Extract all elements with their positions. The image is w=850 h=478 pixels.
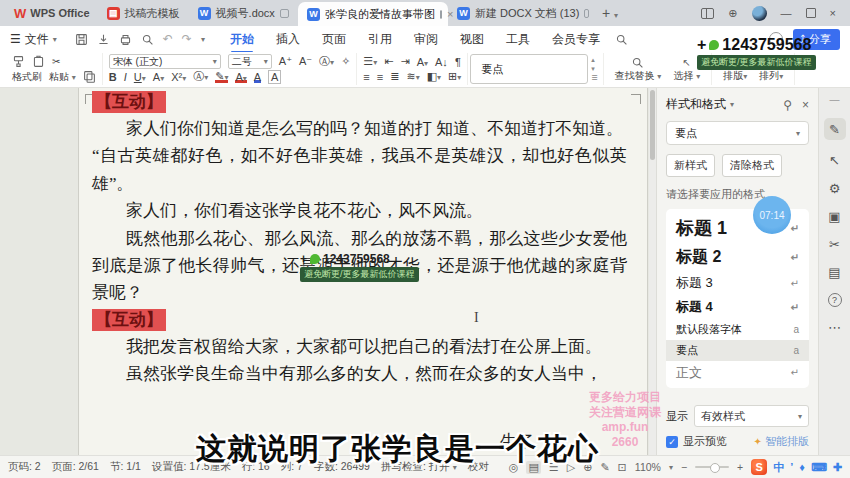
- border-icon[interactable]: ⊞▾: [448, 70, 461, 83]
- paste-icon[interactable]: [32, 55, 45, 68]
- find-replace-button[interactable]: 查找替换 ▾: [610, 54, 667, 84]
- tab-tools[interactable]: 工具: [495, 27, 541, 52]
- minimize-button[interactable]: —: [781, 7, 792, 19]
- align-center-icon[interactable]: ≡: [377, 71, 383, 83]
- tab-review[interactable]: 审阅: [403, 27, 449, 52]
- image-tool-icon[interactable]: ▣: [828, 209, 840, 224]
- underline-button[interactable]: U▾: [134, 71, 146, 83]
- scrollbar-thumb[interactable]: [650, 90, 655, 160]
- settings-sliders-icon[interactable]: ⚙: [829, 181, 841, 196]
- char-scale-icon[interactable]: A▾: [417, 56, 428, 68]
- increase-indent-icon[interactable]: ⇥: [400, 55, 409, 68]
- edit-pen-icon[interactable]: ✎: [824, 118, 846, 140]
- font-size-combo[interactable]: 二号▾: [228, 54, 272, 69]
- bullet-list-icon[interactable]: ☰▾: [363, 55, 377, 68]
- char-shadow-icon[interactable]: A▾: [153, 71, 164, 83]
- ime-mode-icon[interactable]: 中: [773, 460, 784, 475]
- italic-button[interactable]: I: [124, 71, 127, 83]
- help-icon[interactable]: ?: [828, 293, 842, 307]
- font-color-icon[interactable]: A▾: [235, 71, 246, 83]
- tab-reference[interactable]: 引用: [357, 27, 403, 52]
- select-arrow-icon[interactable]: ↖: [829, 153, 840, 168]
- cut-icon[interactable]: ✂: [52, 56, 60, 67]
- text-effect-icon[interactable]: Ⓐ▾: [319, 54, 334, 69]
- ime-mic-icon[interactable]: ♦: [799, 461, 805, 473]
- status-page-number[interactable]: 页码: 2: [8, 460, 41, 474]
- zoom-slider[interactable]: [695, 466, 729, 468]
- bold-button[interactable]: B: [109, 71, 117, 83]
- gallery-down-icon[interactable]: ▾: [591, 65, 597, 73]
- fit-page-icon[interactable]: ⊡: [618, 461, 627, 474]
- float-window-icon[interactable]: [440, 10, 442, 19]
- read-book-icon[interactable]: ▤: [828, 265, 840, 280]
- smart-typeset-button[interactable]: ✦ 智能排版: [754, 434, 809, 449]
- app-brand[interactable]: W WPS Office: [6, 6, 98, 21]
- zoom-in-button[interactable]: +: [737, 461, 743, 473]
- justify-icon[interactable]: ≣: [390, 70, 399, 83]
- pin-icon[interactable]: ⚲: [783, 98, 792, 112]
- copy-icon[interactable]: [83, 70, 96, 83]
- tab-member[interactable]: 会员专享: [541, 27, 611, 52]
- tab-insert[interactable]: 插入: [265, 27, 311, 52]
- tab-active-doc[interactable]: W 张学良的爱情故事带图 ×: [298, 2, 448, 26]
- paste-button[interactable]: 粘贴 ▾: [49, 70, 76, 84]
- status-section[interactable]: 节: 1/1: [110, 460, 141, 474]
- char-border-icon[interactable]: A: [268, 70, 281, 84]
- new-style-button[interactable]: 新样式: [666, 154, 715, 177]
- restore-button[interactable]: [806, 8, 816, 18]
- style-gallery-current[interactable]: 要点: [470, 54, 588, 84]
- shading-icon[interactable]: ◧▾: [427, 70, 441, 83]
- gallery-up-icon[interactable]: ▴: [591, 56, 597, 64]
- new-tab-button[interactable]: + ▾: [598, 5, 622, 21]
- save-icon[interactable]: [75, 33, 88, 46]
- style-heading2[interactable]: 标题 2↵: [666, 243, 809, 271]
- highlight-color-icon[interactable]: ✎▾: [215, 70, 228, 83]
- format-painter-icon[interactable]: [12, 55, 25, 68]
- dock-handle[interactable]: —: [830, 94, 840, 105]
- user-avatar[interactable]: [752, 6, 767, 21]
- ime-punct-icon[interactable]: ’: [790, 461, 793, 473]
- zoom-caret-icon[interactable]: ▾: [669, 463, 673, 472]
- gallery-more-icon[interactable]: ☰: [591, 74, 597, 82]
- line-spacing-icon[interactable]: ≋▾: [406, 70, 419, 83]
- status-page-count[interactable]: 页面: 2/61: [52, 460, 99, 474]
- format-painter-button[interactable]: 格式刷: [12, 70, 42, 84]
- clear-format-icon[interactable]: ✧: [341, 55, 350, 68]
- superscript-icon[interactable]: X²▾: [171, 71, 186, 83]
- panel-close-icon[interactable]: ×: [802, 98, 809, 112]
- split-screen-icon[interactable]: [701, 8, 714, 19]
- export-icon[interactable]: [97, 33, 110, 46]
- tab-video-doc[interactable]: W 视频号.docx: [189, 0, 298, 26]
- tab-view[interactable]: 视图: [449, 27, 495, 52]
- undo-icon[interactable]: ↶: [163, 32, 173, 46]
- close-button[interactable]: ×: [830, 7, 836, 19]
- document-content[interactable]: 【互动】 家人们你们知道是怎么写的吗？知道的打 知道、不知道打不知道。 “自古英…: [92, 89, 627, 388]
- style-heading3[interactable]: 标题 3↵: [666, 271, 809, 295]
- char-shading-icon[interactable]: A: [254, 71, 261, 83]
- style-heading4[interactable]: 标题 4↵: [666, 295, 809, 319]
- float-window-icon[interactable]: [584, 9, 588, 18]
- zoom-out-button[interactable]: −: [681, 461, 687, 473]
- ime-keyboard-icon[interactable]: ⌨: [811, 461, 827, 474]
- clear-format-button[interactable]: 清除格式: [722, 154, 782, 177]
- more-dots-icon[interactable]: ⋯: [828, 320, 841, 335]
- sogou-logo-icon[interactable]: S: [751, 459, 767, 475]
- write-mode-icon[interactable]: ✎: [600, 461, 609, 474]
- print-icon[interactable]: [119, 33, 132, 46]
- tab-home[interactable]: 开始: [219, 27, 265, 52]
- grow-font-icon[interactable]: A⁺: [279, 55, 292, 68]
- float-window-icon[interactable]: [280, 9, 289, 18]
- globe-icon[interactable]: ⊕: [728, 7, 737, 20]
- tab-page[interactable]: 页面: [311, 27, 357, 52]
- wordart-icon[interactable]: Ⓐ▾: [193, 69, 208, 84]
- style-default-font[interactable]: 默认段落字体a: [666, 319, 809, 340]
- current-style-select[interactable]: 要点 ▾: [666, 121, 809, 145]
- style-body-text[interactable]: 正文↵: [666, 361, 809, 384]
- redo-icon[interactable]: ↷: [182, 32, 192, 46]
- paragraph-mark-icon[interactable]: ¶: [455, 56, 461, 68]
- align-left-icon[interactable]: ≡: [363, 71, 369, 83]
- panel-caret-icon[interactable]: ▾: [730, 100, 734, 109]
- file-menu-button[interactable]: ☰ 文件 ▾: [10, 31, 67, 48]
- qat-caret-icon[interactable]: ▾: [201, 35, 205, 44]
- shrink-font-icon[interactable]: A⁻: [299, 55, 312, 68]
